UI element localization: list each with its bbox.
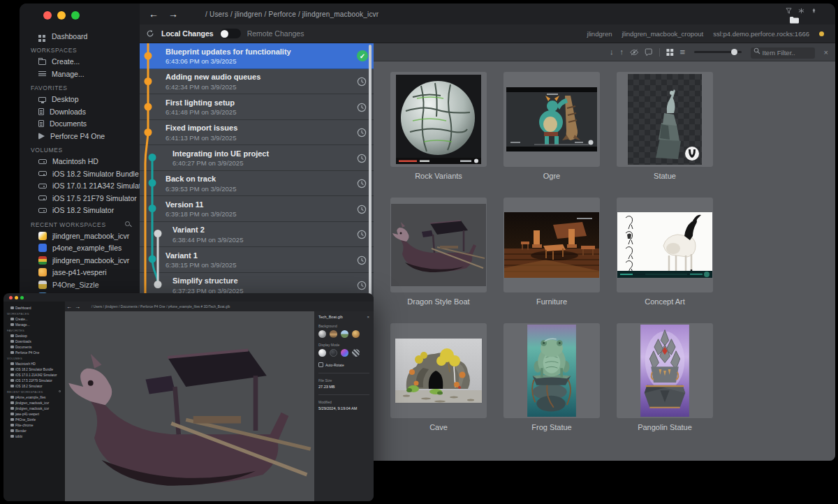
sidebar-item-create[interactable]: Create...	[3, 316, 65, 322]
sidebar-item-volume[interactable]: iOS 18.2 Simulator Bundle	[20, 168, 140, 180]
asset-card-furniture[interactable]	[503, 198, 600, 292]
eye-off-icon[interactable]	[630, 48, 638, 57]
sidebar-item-recent-workspace[interactable]: jlindgren_macbook_icvr	[3, 400, 65, 406]
history-icon[interactable]	[356, 102, 367, 113]
sort-down-icon[interactable]: ↓	[610, 48, 614, 56]
sidebar-item-recent-workspace[interactable]: p4one_example_files	[3, 394, 65, 400]
history-icon[interactable]	[356, 255, 367, 266]
forward-button[interactable]: →	[73, 304, 82, 310]
sidebar-item-recent-workspace[interactable]: P4One_Sizzle	[3, 417, 65, 422]
display-mode-unlit[interactable]	[330, 349, 337, 357]
history-icon[interactable]	[356, 127, 367, 138]
search-icon[interactable]	[59, 390, 61, 392]
zoom-window-button[interactable]	[71, 11, 80, 20]
asset-card-cave[interactable]	[390, 323, 487, 418]
timeline-entry[interactable]: Variant 1 6:38:15 PM on 3/9/2025	[140, 247, 374, 273]
sidebar-item-desktop[interactable]: Desktop	[20, 94, 140, 106]
history-icon[interactable]	[356, 178, 367, 189]
timeline-entry[interactable]: Version 11 6:39:18 PM on 3/9/2025	[140, 196, 374, 222]
thumbnail-size-slider[interactable]	[694, 51, 741, 53]
sidebar-item-volume[interactable]: iOS 18.2 Simulator Bundle	[3, 366, 65, 372]
sidebar-item-recent-workspace[interactable]: jlindgren_macbook_icvr	[3, 406, 65, 411]
sidebar-item-volume[interactable]: iOS 17.5 21F79 Simulator	[20, 192, 140, 205]
sidebar-item-perforce-p4-one[interactable]: Perforce P4 One	[20, 130, 140, 142]
comment-icon[interactable]	[645, 48, 653, 57]
timeline-entry[interactable]: Blueprint updates for functionality 6:43…	[140, 43, 374, 69]
history-icon[interactable]	[356, 280, 367, 291]
sidebar-item-dashboard[interactable]: Dashboard	[20, 30, 140, 43]
sidebar-item-documents[interactable]: Documents	[3, 344, 65, 350]
minimize-window-button[interactable]	[57, 11, 66, 20]
sidebar-item-volume[interactable]: iOS 17.0.1 21A342 Simulator	[3, 372, 65, 378]
history-icon[interactable]	[356, 76, 367, 87]
zoom-window-button[interactable]	[20, 296, 24, 299]
history-icon[interactable]	[356, 204, 367, 215]
sidebar-item-recent-workspace[interactable]: p4one_example_files	[20, 242, 140, 255]
sidebar-item-recent-workspace[interactable]: Flite-chrome	[3, 422, 65, 428]
sidebar-item-recent-workspace[interactable]: jlindgren_macbook_icvr	[20, 230, 140, 242]
timeline-entry[interactable]: First lighting setup 6:41:48 PM on 3/9/2…	[140, 94, 374, 120]
folder-icon[interactable]	[789, 15, 799, 24]
search-icon[interactable]	[125, 221, 130, 226]
sidebar-item-recent-workspace[interactable]: jlindgren_macbook_icvr	[20, 254, 140, 267]
refresh-icon[interactable]	[146, 29, 154, 38]
sidebar-item-recent-workspace[interactable]: Blender	[3, 428, 65, 433]
sidebar-item-manage[interactable]: Manage...	[3, 322, 65, 327]
sidebar-item-volume[interactable]: Macintosh HD	[3, 361, 65, 366]
sidebar-item-recent-workspace[interactable]: jase-p41-vesperi	[20, 267, 140, 279]
sidebar-item-volume[interactable]: iOS 18.2 Simulator	[20, 205, 140, 217]
history-icon[interactable]	[356, 153, 367, 164]
sidebar-item-perforce-p4-one[interactable]: Perforce P4 One	[3, 350, 65, 355]
sort-up-icon[interactable]: ↑	[620, 48, 624, 56]
background-swatch-gray[interactable]	[318, 330, 326, 338]
sidebar-item-manage[interactable]: Manage...	[20, 68, 140, 80]
list-view-icon[interactable]: ≡	[680, 47, 686, 57]
asset-card-concept-art[interactable]	[617, 198, 713, 292]
timeline-entry[interactable]: Adding new audio queues 6:42:34 PM on 3/…	[140, 69, 374, 95]
sidebar-item-volume[interactable]: iOS 17.5 21F79 Simulator	[3, 378, 65, 383]
asset-card-statue[interactable]	[617, 72, 713, 167]
timeline-entry[interactable]: Integrating into UE project 6:40:27 PM o…	[140, 145, 374, 171]
sidebar-item-volume[interactable]: iOS 17.0.1 21A342 Simulator	[20, 180, 140, 193]
filter-icon[interactable]	[786, 8, 792, 14]
autorotate-checkbox[interactable]	[318, 362, 323, 367]
display-mode-wireframe[interactable]	[352, 349, 360, 357]
asset-card-pangolin-statue[interactable]	[617, 323, 713, 418]
sidebar-item-recent-workspace[interactable]: tobbi	[3, 433, 65, 439]
sidebar-item-documents[interactable]: Documents	[20, 118, 140, 131]
asterisk-icon[interactable]	[798, 8, 804, 14]
asset-card-dragon-style-boat[interactable]	[390, 198, 487, 292]
model-viewport[interactable]	[65, 311, 314, 501]
display-mode-normals[interactable]	[341, 349, 348, 357]
background-swatch-landscape[interactable]	[341, 330, 348, 338]
background-swatch-golden[interactable]	[352, 330, 360, 338]
close-panel-icon[interactable]: ×	[367, 315, 369, 319]
pin-icon[interactable]	[811, 8, 817, 14]
minimize-window-button[interactable]	[15, 296, 18, 299]
asset-card-ogre[interactable]	[503, 72, 600, 167]
sidebar-item-dashboard[interactable]: Dashboard	[3, 305, 65, 311]
timeline-entry[interactable]: Fixed import issues 6:41:13 PM on 3/9/20…	[140, 120, 374, 146]
close-window-button[interactable]	[9, 296, 13, 299]
asset-card-rock-variants[interactable]	[390, 72, 487, 167]
clear-filter-icon[interactable]: ×	[824, 48, 828, 57]
sidebar-item-create[interactable]: Create...	[20, 56, 140, 68]
sidebar-item-volume[interactable]: iOS 18.2 Simulator	[3, 383, 65, 389]
background-swatch-interior[interactable]	[330, 330, 337, 338]
asset-card-frog-statue[interactable]	[503, 323, 600, 418]
forward-button[interactable]: →	[166, 8, 180, 20]
sidebar-item-desktop[interactable]: Desktop	[3, 333, 65, 339]
sidebar-item-downloads[interactable]: Downloads	[3, 339, 65, 344]
timeline-entry[interactable]: Variant 2 6:38:44 PM on 3/9/2025	[140, 222, 374, 248]
close-window-button[interactable]	[43, 11, 52, 20]
display-mode-lit[interactable]	[318, 349, 326, 357]
timeline-entry[interactable]: Back on track 6:39:53 PM on 3/9/2025	[140, 171, 374, 197]
changes-toggle[interactable]	[220, 29, 241, 38]
autorotate-row[interactable]: Auto-Rotate	[318, 362, 369, 367]
sidebar-item-recent-workspace[interactable]: P4One_Sizzle	[20, 279, 140, 291]
slider-knob[interactable]	[731, 49, 737, 55]
sidebar-item-downloads[interactable]: Downloads	[20, 105, 140, 118]
grid-view-icon[interactable]	[666, 48, 674, 57]
back-button[interactable]: ←	[65, 304, 73, 310]
history-icon[interactable]	[356, 229, 367, 240]
